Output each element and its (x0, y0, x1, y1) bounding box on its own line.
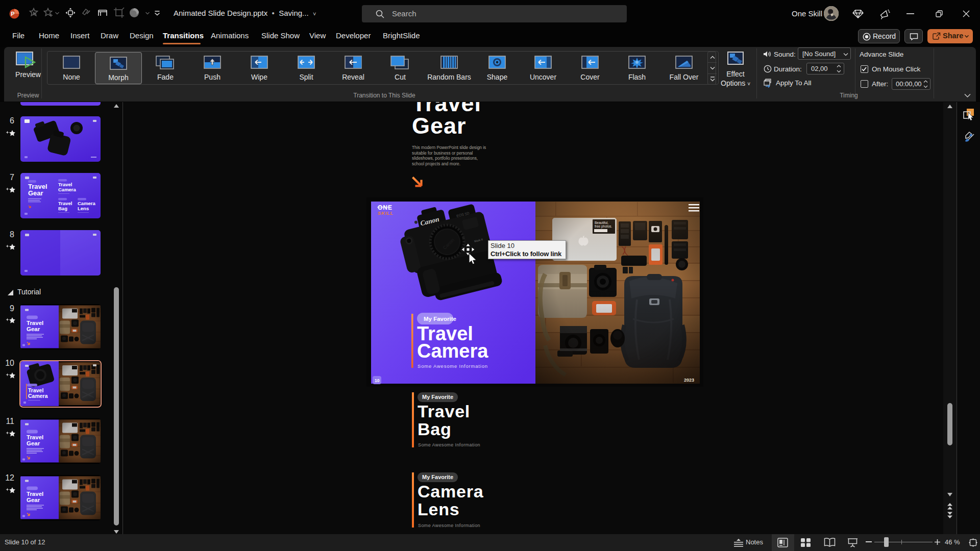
svg-text:Gear: Gear (28, 189, 43, 197)
svg-text:Bag: Bag (58, 206, 67, 211)
svg-text:Lens: Lens (78, 206, 89, 211)
svg-text:P: P (11, 11, 14, 17)
svg-text:Camera: Camera (417, 340, 488, 362)
svg-text:2023: 2023 (684, 378, 694, 383)
svg-text:SKILL: SKILL (378, 211, 394, 216)
svg-text:Camera: Camera (28, 393, 48, 399)
svg-text:Camera: Camera (58, 187, 77, 192)
svg-text:My Favorite: My Favorite (424, 316, 456, 322)
svg-text:10: 10 (375, 378, 380, 383)
svg-text:ONE: ONE (378, 204, 393, 211)
svg-text:Some Awesome Information: Some Awesome Information (418, 363, 488, 369)
